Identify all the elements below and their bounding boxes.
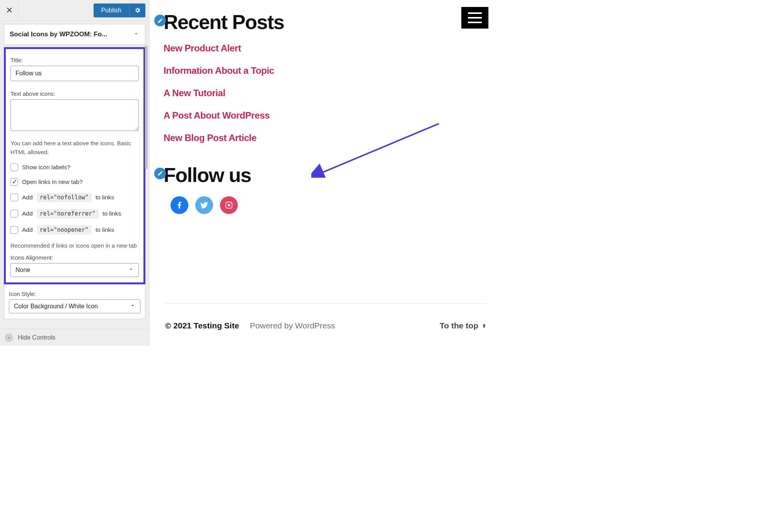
footer-powered: Powered by WordPress [250, 321, 335, 330]
caret-up-icon [133, 31, 139, 38]
preview-footer: © 2021 Testing Site Powered by WordPress… [165, 303, 487, 330]
highlighted-settings-group: Title: Text above icons: You can add her… [4, 47, 145, 284]
follow-us-widget: Follow us [157, 165, 487, 214]
alignment-value: None [15, 267, 30, 273]
text-above-label: Text above icons: [10, 90, 139, 97]
posts-list: New Product Alert Information About a To… [164, 43, 487, 143]
publish-button[interactable]: Publish [94, 3, 145, 17]
to-top-label: To the top [440, 321, 478, 330]
title-input[interactable] [10, 66, 139, 81]
style-select[interactable]: Color Background / White Icon [9, 299, 140, 313]
recent-posts-heading: Recent Posts [164, 12, 487, 33]
facebook-icon[interactable] [171, 196, 188, 214]
nofollow-suffix: to links [96, 194, 114, 201]
to-top-link[interactable]: To the top [440, 321, 487, 330]
settings-group-lower: Icon Style: Color Background / White Ico… [4, 284, 145, 319]
show-labels-text: Show icon labels? [22, 164, 70, 171]
preview-pane: Recent Posts New Product Alert Informati… [150, 0, 502, 346]
post-link[interactable]: New Product Alert [164, 43, 487, 54]
recent-posts-widget: Recent Posts New Product Alert Informati… [157, 12, 487, 143]
hide-controls-label: Hide Controls [18, 334, 55, 341]
social-icons-row [171, 196, 487, 214]
open-new-tab-text: Open links in new tab? [22, 178, 83, 185]
noreferrer-suffix: to links [102, 210, 121, 217]
post-link[interactable]: New Blog Post Article [164, 133, 487, 143]
recommend-text: Recommended if links or icons open in a … [10, 241, 139, 250]
scrollbar-thumb[interactable] [145, 46, 148, 169]
gear-icon[interactable] [129, 3, 145, 17]
post-link[interactable]: A New Tutorial [164, 88, 487, 99]
hint-text: You can add here a text above the icons.… [10, 139, 139, 156]
noopener-suffix: to links [96, 226, 114, 233]
arrow-up-icon [481, 323, 487, 328]
nofollow-prefix: Add [22, 194, 33, 201]
customizer-sidebar: ✕ Publish Social Icons by WPZOOM: Fo... [0, 0, 150, 346]
hide-controls-button[interactable]: Hide Controls [0, 329, 149, 346]
twitter-icon[interactable] [195, 196, 213, 214]
edit-widget-button[interactable] [154, 15, 166, 26]
show-labels-checkbox[interactable] [10, 163, 18, 171]
sidebar-body: Social Icons by WPZOOM: Fo... Title: Tex… [0, 21, 149, 329]
text-above-textarea[interactable] [10, 99, 139, 131]
noopener-code: rel="noopener" [37, 225, 92, 235]
post-link[interactable]: Information About a Topic [164, 65, 487, 76]
chevron-down-icon [128, 267, 134, 274]
noreferrer-checkbox[interactable] [10, 210, 18, 218]
close-button[interactable]: ✕ [0, 0, 19, 20]
title-field-label: Title: [10, 57, 139, 63]
open-new-tab-checkbox[interactable] [10, 178, 18, 186]
noreferrer-code: rel="noreferrer" [37, 209, 99, 218]
chevron-down-icon [130, 303, 135, 310]
collapse-left-icon [5, 333, 13, 342]
noreferrer-prefix: Add [22, 210, 33, 217]
noopener-checkbox[interactable] [10, 226, 18, 234]
alignment-select[interactable]: None [10, 263, 139, 277]
instagram-icon[interactable] [220, 196, 238, 214]
nofollow-code: rel="nofollow" [37, 193, 92, 202]
sidebar-topbar: ✕ Publish [0, 0, 149, 21]
style-value: Color Background / White Icon [14, 303, 98, 309]
follow-us-heading: Follow us [164, 165, 487, 186]
alignment-label: Icons Alignment: [10, 254, 139, 261]
noopener-prefix: Add [22, 226, 33, 233]
post-link[interactable]: A Post About WordPress [164, 110, 487, 121]
footer-copyright: © 2021 Testing Site [165, 321, 239, 330]
nofollow-checkbox[interactable] [10, 194, 18, 201]
edit-widget-button[interactable] [154, 168, 166, 179]
accordion-title: Social Icons by WPZOOM: Fo... [10, 31, 107, 38]
widget-accordion-toggle[interactable]: Social Icons by WPZOOM: Fo... [4, 24, 145, 45]
style-label: Icon Style: [9, 291, 140, 297]
publish-label: Publish [94, 3, 129, 17]
